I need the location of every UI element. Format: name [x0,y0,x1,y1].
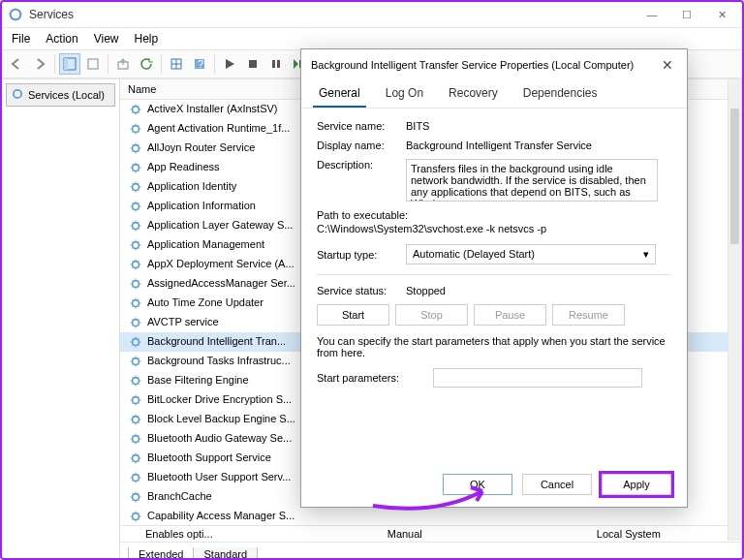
minimize-button[interactable]: — [643,6,661,23]
menubar: File Action View Help [2,28,742,49]
svg-point-17 [133,184,140,191]
menu-action[interactable]: Action [46,32,78,46]
window-title: Services [29,8,74,21]
footer-desc: Enables opti... [145,528,213,540]
start-service-button[interactable] [219,53,240,75]
svg-point-24 [133,320,140,327]
gear-icon [128,470,143,485]
navigation-tree: Services (Local) [2,79,120,560]
svg-point-33 [133,494,140,501]
gear-icon [128,140,143,156]
svg-point-34 [133,513,140,520]
scrollbar[interactable] [728,79,741,541]
svg-point-18 [133,203,140,210]
dialog-titlebar: Background Intelligent Transfer Service … [301,49,687,80]
svg-rect-8 [249,60,257,68]
svg-point-20 [133,242,140,249]
list-footer-row: Enables opti... Manual Local System [120,525,741,542]
cancel-button[interactable]: Cancel [522,474,592,495]
svg-point-12 [14,90,21,98]
gear-icon [128,237,143,253]
properties-button[interactable] [166,53,187,75]
maximize-button[interactable]: ☐ [678,6,696,23]
service-name: AppX Deployment Service (A... [147,258,294,269]
dialog-title: Background Intelligent Transfer Service … [311,59,634,71]
apply-button[interactable]: Apply [602,474,671,495]
gear-icon [128,354,143,369]
description-label: Description: [317,159,406,171]
help-button[interactable]: ? [189,53,210,75]
close-button[interactable]: ✕ [713,6,730,23]
start-button[interactable]: Start [317,304,389,326]
refresh-button[interactable] [136,53,157,75]
start-params-input[interactable] [433,368,642,388]
gear-icon [128,160,143,175]
gear-icon [128,392,143,408]
menu-file[interactable]: File [12,32,30,46]
svg-point-27 [133,378,140,385]
tab-recovery[interactable]: Recovery [443,82,504,108]
gear-icon [128,451,143,466]
start-params-label: Start parameters: [317,372,433,384]
resume-button: Resume [552,304,625,326]
pause-service-button[interactable] [265,53,287,75]
service-name: Application Information [147,200,256,211]
tab-standard[interactable]: Standard [193,547,258,560]
tab-general[interactable]: General [313,82,366,108]
service-name: Auto Time Zone Updater [147,296,264,308]
tree-item-label: Services (Local) [28,89,105,101]
ok-button[interactable]: OK [443,474,512,495]
svg-point-22 [133,281,140,288]
service-control-buttons: Start Stop Pause Resume [317,304,671,326]
export-button[interactable] [112,53,134,75]
forward-button[interactable] [29,53,50,75]
gear-icon [128,121,143,137]
path-label: Path to executable: [317,209,671,221]
back-button[interactable] [6,53,27,75]
tab-extended[interactable]: Extended [128,547,194,560]
dialog-body: Service name: BITS Display name: Backgro… [301,109,687,464]
service-name: ActiveX Installer (AxInstSV) [147,103,278,114]
gear-icon [128,276,143,292]
service-name: AssignedAccessManager Ser... [147,277,295,289]
service-name: App Readiness [147,161,220,172]
gear-icon [128,489,143,505]
footer-startup: Manual [388,528,422,540]
svg-point-31 [133,455,140,462]
tab-logon[interactable]: Log On [380,82,429,108]
service-name: Application Layer Gateway S... [147,219,293,231]
dialog-close-button[interactable]: ✕ [658,57,677,73]
titlebar: Services — ☐ ✕ [2,2,742,28]
svg-text:?: ? [198,58,203,70]
menu-help[interactable]: Help [135,32,159,46]
gear-icon [128,431,143,447]
startup-type-label: Startup type: [317,249,406,261]
svg-point-16 [133,165,140,171]
svg-point-21 [133,262,140,268]
options-button[interactable] [82,53,104,75]
gear-icon [11,87,24,103]
show-hide-tree-button[interactable] [59,53,80,75]
startup-type-select[interactable]: Automatic (Delayed Start) ▾ [406,244,656,264]
gear-icon [128,412,143,427]
service-name: AllJoyn Router Service [147,141,255,153]
service-name: Agent Activation Runtime_1f... [147,122,290,134]
menu-view[interactable]: View [94,32,119,46]
description-textbox[interactable]: Transfers files in the background using … [406,159,658,202]
service-name-label: Service name: [317,120,406,132]
service-row[interactable]: Capability Access Manager S... [120,507,741,525]
dialog-tabs: General Log On Recovery Dependencies [301,80,687,109]
svg-point-26 [133,358,140,365]
svg-point-28 [133,397,140,404]
dialog-footer: OK Cancel Apply [301,464,687,507]
service-name: BranchCache [147,490,212,502]
tab-dependencies[interactable]: Dependencies [517,82,604,108]
stop-service-button[interactable] [242,53,264,75]
scrollbar-thumb[interactable] [730,109,739,244]
services-app-icon [8,7,23,22]
tree-item-services-local[interactable]: Services (Local) [6,83,115,107]
pause-button: Pause [474,304,546,326]
gear-icon [128,315,143,330]
service-properties-dialog: Background Intelligent Transfer Service … [300,48,688,508]
svg-point-15 [133,145,140,152]
